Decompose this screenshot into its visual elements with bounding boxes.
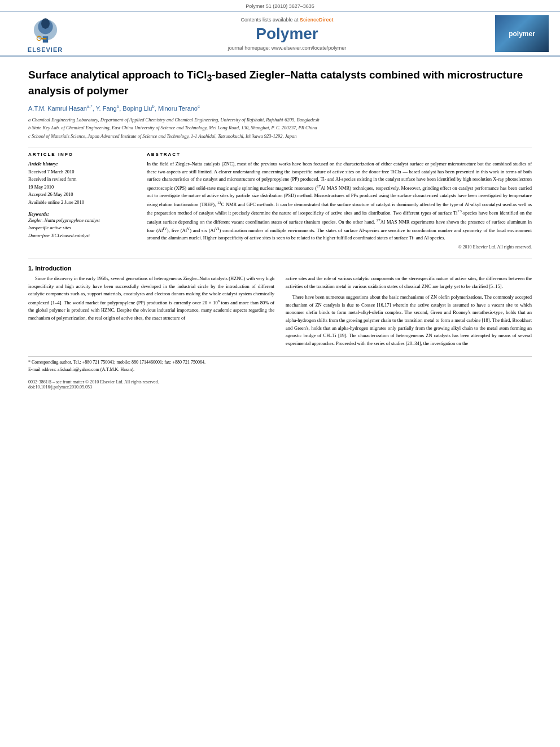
doi-line: doi:10.1016/j.polymer.2010.05.053 — [28, 385, 532, 390]
section-num: 1. — [28, 265, 35, 272]
email-note: E-mail address: alishaahir@yahoo.com (A.… — [28, 366, 532, 374]
affiliations: a Chemical Engineering Laboratory, Depar… — [28, 116, 532, 140]
svg-point-3 — [41, 18, 50, 29]
article-info-label: ARTICLE INFO — [28, 152, 135, 157]
article-title: Surface analytical approach to TiCl3-bas… — [28, 68, 532, 98]
sciencedirect-line: Contents lists available at ScienceDirec… — [79, 17, 495, 23]
svg-rect-7 — [42, 38, 43, 40]
journal-footer: 0032-3861/$ – see front matter © 2010 El… — [28, 379, 532, 390]
abstract-col: ABSTRACT In the field of Ziegler–Natta c… — [147, 152, 532, 250]
polymer-logo: polymer — [495, 15, 549, 52]
intro-col-left: Since the discovery in the early 1950s, … — [28, 275, 274, 351]
divider-1 — [28, 147, 532, 147]
divider-2 — [28, 259, 532, 259]
elsevier-logo: ELSEVIER — [11, 14, 79, 53]
article-info-abstract-section: ARTICLE INFO Article history: Received 7… — [28, 152, 532, 250]
affiliation-a: a Chemical Engineering Laboratory, Depar… — [28, 116, 532, 124]
elsevier-wordmark: ELSEVIER — [28, 46, 63, 53]
keywords-block: Keywords: Ziegler–Natta polypropylene ca… — [28, 211, 135, 240]
intro-body-cols: Since the discovery in the early 1950s, … — [28, 275, 532, 351]
article-history: Article history: Received 7 March 2010 R… — [28, 160, 135, 207]
article-info-col: ARTICLE INFO Article history: Received 7… — [28, 152, 135, 250]
journal-homepage: journal homepage: www.elsevier.com/locat… — [79, 45, 495, 51]
journal-ref-line: Polymer 51 (2010) 3627–3635 — [0, 3, 560, 9]
main-content: Surface analytical approach to TiCl3-bas… — [0, 57, 560, 401]
journal-center-info: Contents lists available at ScienceDirec… — [79, 17, 495, 51]
copyright: © 2010 Elsevier Ltd. All rights reserved… — [147, 244, 532, 250]
intro-col-right: active sites and the role of various cat… — [286, 275, 532, 351]
section-title: Introduction — [35, 265, 71, 272]
authors-line: A.T.M. Kamrul Hasana,*, Y. Fangb, Boping… — [28, 104, 532, 112]
affiliation-b: b State Key Lab. of Chemical Engineering… — [28, 124, 532, 132]
issn-line: 0032-3861/$ – see front matter © 2010 El… — [28, 379, 532, 385]
svg-rect-5 — [41, 38, 46, 39]
intro-heading: 1. Introduction — [28, 265, 532, 272]
elsevier-tree-icon — [24, 14, 67, 45]
affiliation-c: c School of Materials Science, Japan Adv… — [28, 133, 532, 140]
journal-header: Polymer 51 (2010) 3627–3635 ELSEVIER — [0, 0, 560, 57]
footnote-section: * Corresponding author. Tel.: +880 721 7… — [28, 356, 532, 374]
intro-section: 1. Introduction Since the discovery in t… — [28, 265, 532, 351]
page-container: Polymer 51 (2010) 3627–3635 ELSEVIER — [0, 0, 560, 401]
svg-rect-6 — [44, 38, 45, 40]
corresponding-note: * Corresponding author. Tel.: +880 721 7… — [28, 359, 532, 366]
journal-name: Polymer — [79, 25, 495, 43]
abstract-text: In the field of Ziegler–Natta catalysis … — [147, 160, 532, 242]
abstract-label: ABSTRACT — [147, 152, 532, 157]
